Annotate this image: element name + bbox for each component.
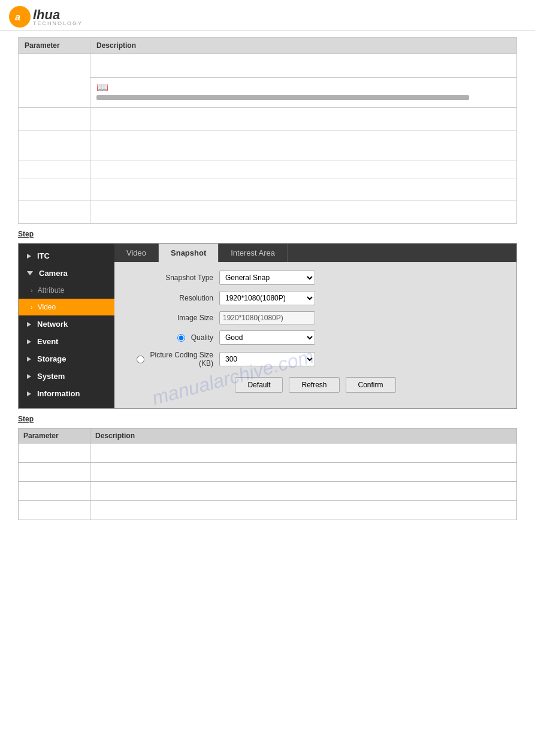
quality-radio[interactable] — [177, 334, 185, 342]
logo-text-block: lhua TECHNOLOGY — [33, 7, 83, 26]
sidebar-item-itc[interactable]: ITC — [19, 247, 114, 265]
b-row1-col2 — [90, 444, 517, 463]
form-area: Snapshot Type General Snap Event Snap Re… — [114, 262, 516, 408]
sidebar: ITC Camera › Attribute › Video Network E… — [19, 244, 114, 408]
image-size-control: 1920*1080(1080P) — [219, 311, 315, 324]
picture-coding-label: Picture Coding Size (KB) — [126, 351, 213, 368]
picture-coding-select[interactable]: 300 200 500 — [219, 352, 315, 366]
row1-col2 — [90, 54, 517, 78]
tab-interest-area[interactable]: Interest Area — [219, 244, 288, 262]
resolution-select[interactable]: 1920*1080(1080P) 1280*720(720P) — [219, 291, 315, 305]
row4-col1 — [19, 130, 90, 160]
row7-col1 — [19, 201, 90, 224]
picture-coding-row: Picture Coding Size (KB) 300 200 500 — [126, 351, 504, 368]
sidebar-item-system[interactable]: System — [19, 368, 114, 385]
row3-col2 — [90, 108, 517, 130]
note-bar — [96, 95, 469, 100]
b-row2-col1 — [19, 463, 90, 482]
table-row — [19, 108, 517, 130]
resolution-row: Resolution 1920*1080(1080P) 1280*720(720… — [126, 291, 504, 305]
default-button[interactable]: Default — [235, 377, 283, 393]
bottom-col2-header: Description — [90, 429, 517, 444]
snapshot-type-row: Snapshot Type General Snap Event Snap — [126, 271, 504, 285]
table-header-row: Parameter Description — [19, 38, 517, 54]
step-label-1: Step — [18, 230, 517, 238]
tab-video-label: Video — [126, 248, 146, 257]
image-size-value: 1920*1080(1080P) — [219, 311, 315, 324]
sidebar-item-camera[interactable]: Camera — [19, 265, 114, 282]
svg-text:a: a — [15, 12, 20, 22]
sidebar-item-event[interactable]: Event — [19, 333, 114, 350]
tabs-bar: Video Snapshot Interest Area — [114, 244, 516, 262]
tab-video[interactable]: Video — [114, 244, 159, 262]
table-row — [19, 482, 517, 501]
confirm-button[interactable]: Confirm — [346, 377, 396, 393]
row1-col1 — [19, 54, 90, 108]
b-row4-col2 — [90, 501, 517, 520]
sidebar-item-network[interactable]: Network — [19, 315, 114, 333]
page-header: a lhua TECHNOLOGY — [0, 0, 535, 31]
sidebar-event-label: Event — [37, 337, 58, 346]
table-row — [19, 463, 517, 482]
resolution-control: 1920*1080(1080P) 1280*720(720P) — [219, 291, 315, 305]
note-icon: 📖 — [96, 81, 510, 93]
bottom-table-header: Parameter Description — [19, 429, 517, 444]
main-content: Parameter Description 📖 — [0, 31, 535, 526]
logo: a lhua TECHNOLOGY — [9, 6, 526, 28]
quality-row: Quality Good Better Best — [126, 330, 504, 345]
row6-col2 — [90, 178, 517, 201]
image-size-label: Image Size — [126, 314, 213, 322]
quality-select[interactable]: Good Better Best — [219, 330, 315, 345]
table-row — [19, 178, 517, 201]
row4-col2 — [90, 130, 517, 160]
row2-col2: 📖 — [90, 78, 517, 108]
sidebar-item-attribute[interactable]: › Attribute — [19, 282, 114, 299]
picture-coding-label-text: Picture Coding Size (KB) — [150, 351, 213, 368]
row5-col2 — [90, 160, 517, 178]
b-row3-col1 — [19, 482, 90, 501]
b-row2-col2 — [90, 463, 517, 482]
step-label-2: Step — [18, 415, 517, 423]
b-row1-col1 — [19, 444, 90, 463]
sidebar-video-label: Video — [38, 303, 56, 311]
snapshot-type-control: General Snap Event Snap — [219, 271, 315, 285]
picture-coding-radio[interactable] — [137, 356, 144, 363]
tab-interest-area-label: Interest Area — [231, 248, 275, 257]
sidebar-information-label: Information — [37, 389, 80, 398]
quality-label: Quality — [126, 333, 213, 342]
row7-col2 — [90, 201, 517, 224]
top-col2-header: Description — [90, 38, 517, 54]
row3-col1 — [19, 108, 90, 130]
content-area: Video Snapshot Interest Area Snapshot Ty… — [114, 244, 516, 408]
refresh-button[interactable]: Refresh — [289, 377, 339, 393]
b-row3-col2 — [90, 482, 517, 501]
sidebar-attribute-label: Attribute — [38, 286, 65, 294]
brand-sub: TECHNOLOGY — [33, 20, 83, 26]
sidebar-camera-label: Camera — [39, 269, 68, 278]
table-row — [19, 501, 517, 520]
top-col1-header: Parameter — [19, 38, 90, 54]
sidebar-item-video[interactable]: › Video — [19, 299, 114, 315]
table-row — [19, 130, 517, 160]
sidebar-item-storage[interactable]: Storage — [19, 350, 114, 368]
snapshot-type-select[interactable]: General Snap Event Snap — [219, 271, 315, 285]
table-row — [19, 444, 517, 463]
row5-col1 — [19, 160, 90, 178]
logo-circle: a — [9, 6, 31, 28]
sidebar-storage-label: Storage — [37, 354, 66, 363]
buttons-row: Default Refresh Confirm — [126, 377, 504, 400]
table-row — [19, 160, 517, 178]
sidebar-item-information[interactable]: Information — [19, 385, 114, 402]
table-row: 📖 — [19, 78, 517, 108]
quality-label-text: Quality — [191, 333, 213, 342]
picture-coding-control: 300 200 500 — [219, 352, 315, 366]
tab-snapshot[interactable]: Snapshot — [159, 244, 219, 262]
image-size-row: Image Size 1920*1080(1080P) — [126, 311, 504, 324]
resolution-label: Resolution — [126, 294, 213, 302]
b-row4-col1 — [19, 501, 90, 520]
sidebar-system-label: System — [37, 372, 65, 381]
table-row — [19, 201, 517, 224]
bottom-table: Parameter Description — [18, 428, 517, 520]
bottom-col1-header: Parameter — [19, 429, 90, 444]
quality-control: Good Better Best — [219, 330, 315, 345]
